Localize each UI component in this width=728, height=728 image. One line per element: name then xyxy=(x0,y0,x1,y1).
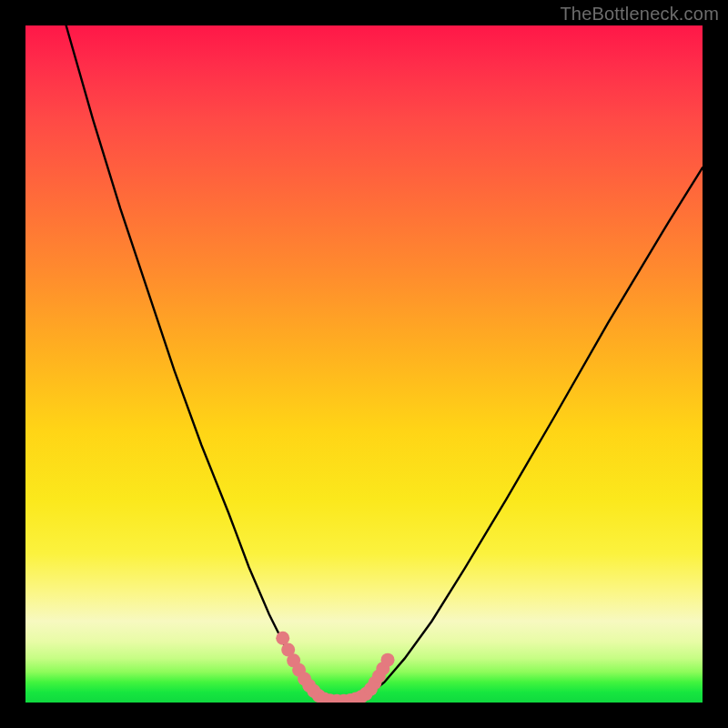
chart-frame: TheBottleneck.com xyxy=(0,0,728,728)
marker-group xyxy=(276,632,394,703)
bottleneck-curve xyxy=(66,25,703,702)
curve-layer xyxy=(25,25,703,703)
plot-area xyxy=(25,25,703,703)
watermark-text: TheBottleneck.com xyxy=(560,4,719,25)
marker-dot xyxy=(381,653,395,667)
